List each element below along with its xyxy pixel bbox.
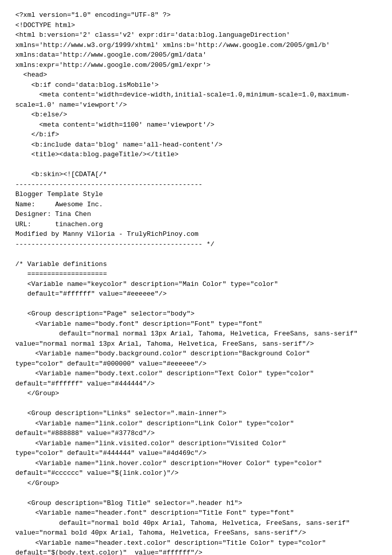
code-content: <?xml version="1.0" encoding="UTF-8" ?> … [15, 10, 377, 555]
